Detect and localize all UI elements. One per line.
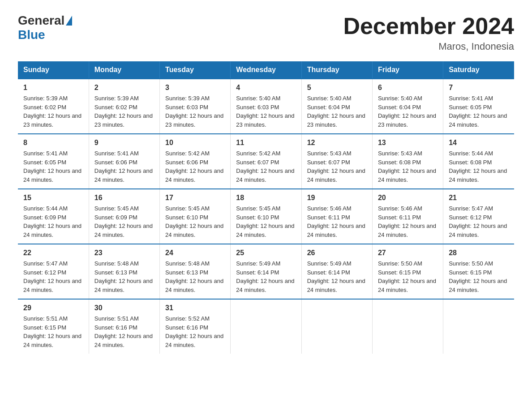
sunrise-label: Sunrise: 5:52 AM <box>165 315 210 322</box>
sunset-label: Sunset: 6:16 PM <box>165 324 208 331</box>
sunset-label: Sunset: 6:05 PM <box>23 159 66 166</box>
week-row-4: 22Sunrise: 5:47 AMSunset: 6:12 PMDayligh… <box>18 244 514 299</box>
calendar-cell: 17Sunrise: 5:45 AMSunset: 6:10 PMDayligh… <box>160 189 231 244</box>
logo-blue-text: Blue <box>18 28 45 42</box>
sunset-label: Sunset: 6:09 PM <box>23 214 66 221</box>
day-info: Sunrise: 5:45 AMSunset: 6:09 PMDaylight:… <box>94 204 154 239</box>
day-info: Sunrise: 5:51 AMSunset: 6:16 PMDaylight:… <box>94 314 154 349</box>
day-info: Sunrise: 5:46 AMSunset: 6:11 PMDaylight:… <box>307 204 367 239</box>
daylight-label: Daylight: 12 hours and 23 minutes. <box>236 112 294 128</box>
sunrise-label: Sunrise: 5:40 AM <box>307 95 352 102</box>
calendar-cell: 9Sunrise: 5:41 AMSunset: 6:06 PMDaylight… <box>89 134 159 189</box>
day-info: Sunrise: 5:41 AMSunset: 6:05 PMDaylight:… <box>23 149 83 184</box>
daylight-label: Daylight: 12 hours and 24 minutes. <box>165 223 223 238</box>
calendar-cell: 30Sunrise: 5:51 AMSunset: 6:16 PMDayligh… <box>89 299 159 354</box>
day-number: 5 <box>307 84 367 92</box>
daylight-label: Daylight: 12 hours and 24 minutes. <box>23 333 82 348</box>
sunset-label: Sunset: 6:15 PM <box>449 269 492 276</box>
logo-general-text: General <box>18 13 64 28</box>
sunrise-label: Sunrise: 5:47 AM <box>449 205 493 212</box>
calendar-cell: 3Sunrise: 5:39 AMSunset: 6:03 PMDaylight… <box>160 79 231 134</box>
sunrise-label: Sunrise: 5:43 AM <box>307 150 352 157</box>
sunset-label: Sunset: 6:15 PM <box>378 269 421 276</box>
daylight-label: Daylight: 12 hours and 24 minutes. <box>378 167 436 183</box>
day-info: Sunrise: 5:43 AMSunset: 6:07 PMDaylight:… <box>307 149 367 184</box>
col-saturday: Saturday <box>443 61 514 79</box>
sunset-label: Sunset: 6:13 PM <box>165 269 208 276</box>
calendar-cell <box>443 299 514 354</box>
calendar-cell: 12Sunrise: 5:43 AMSunset: 6:07 PMDayligh… <box>301 134 372 189</box>
sunrise-label: Sunrise: 5:46 AM <box>307 205 352 212</box>
daylight-label: Daylight: 12 hours and 24 minutes. <box>307 278 365 293</box>
day-info: Sunrise: 5:45 AMSunset: 6:10 PMDaylight:… <box>236 204 296 239</box>
calendar-cell: 5Sunrise: 5:40 AMSunset: 6:04 PMDaylight… <box>301 79 372 134</box>
sunset-label: Sunset: 6:16 PM <box>94 324 137 331</box>
sunset-label: Sunset: 6:08 PM <box>449 159 492 166</box>
calendar-header: Sunday Monday Tuesday Wednesday Thursday… <box>18 61 514 79</box>
sunset-label: Sunset: 6:07 PM <box>236 159 279 166</box>
daylight-label: Daylight: 12 hours and 24 minutes. <box>449 112 507 128</box>
col-sunday: Sunday <box>18 61 89 79</box>
daylight-label: Daylight: 12 hours and 24 minutes. <box>378 223 436 238</box>
day-info: Sunrise: 5:50 AMSunset: 6:15 PMDaylight:… <box>378 259 438 294</box>
sunrise-label: Sunrise: 5:45 AM <box>165 205 210 212</box>
sunset-label: Sunset: 6:02 PM <box>23 104 66 111</box>
day-info: Sunrise: 5:40 AMSunset: 6:03 PMDaylight:… <box>236 94 296 129</box>
day-info: Sunrise: 5:41 AMSunset: 6:05 PMDaylight:… <box>449 94 509 129</box>
calendar-cell: 24Sunrise: 5:48 AMSunset: 6:13 PMDayligh… <box>160 244 231 299</box>
calendar-cell: 11Sunrise: 5:42 AMSunset: 6:07 PMDayligh… <box>231 134 301 189</box>
calendar-cell: 19Sunrise: 5:46 AMSunset: 6:11 PMDayligh… <box>301 189 372 244</box>
calendar-cell: 26Sunrise: 5:49 AMSunset: 6:14 PMDayligh… <box>301 244 372 299</box>
calendar-cell: 28Sunrise: 5:50 AMSunset: 6:15 PMDayligh… <box>443 244 514 299</box>
sunrise-label: Sunrise: 5:50 AM <box>449 260 493 267</box>
sunrise-label: Sunrise: 5:39 AM <box>94 95 139 102</box>
sunset-label: Sunset: 6:10 PM <box>165 214 208 221</box>
calendar-cell: 6Sunrise: 5:40 AMSunset: 6:04 PMDaylight… <box>372 79 443 134</box>
sunrise-label: Sunrise: 5:48 AM <box>165 260 210 267</box>
daylight-label: Daylight: 12 hours and 24 minutes. <box>23 167 82 183</box>
sunrise-label: Sunrise: 5:41 AM <box>23 150 68 157</box>
day-number: 19 <box>307 194 367 202</box>
sunset-label: Sunset: 6:11 PM <box>378 214 421 221</box>
daylight-label: Daylight: 12 hours and 23 minutes. <box>378 112 436 128</box>
col-thursday: Thursday <box>301 61 372 79</box>
sunrise-label: Sunrise: 5:40 AM <box>378 95 422 102</box>
day-info: Sunrise: 5:41 AMSunset: 6:06 PMDaylight:… <box>94 149 154 184</box>
day-number: 13 <box>378 139 438 147</box>
daylight-label: Daylight: 12 hours and 24 minutes. <box>236 278 294 293</box>
sunset-label: Sunset: 6:03 PM <box>236 104 279 111</box>
sunrise-label: Sunrise: 5:42 AM <box>236 150 280 157</box>
sunrise-label: Sunrise: 5:39 AM <box>165 95 210 102</box>
sunrise-label: Sunrise: 5:44 AM <box>449 150 493 157</box>
day-info: Sunrise: 5:47 AMSunset: 6:12 PMDaylight:… <box>449 204 509 239</box>
day-number: 23 <box>94 249 154 257</box>
sunset-label: Sunset: 6:03 PM <box>165 104 208 111</box>
col-wednesday: Wednesday <box>231 61 301 79</box>
col-monday: Monday <box>89 61 159 79</box>
day-number: 30 <box>94 304 154 312</box>
sunrise-label: Sunrise: 5:40 AM <box>236 95 280 102</box>
day-number: 20 <box>378 194 438 202</box>
day-info: Sunrise: 5:48 AMSunset: 6:13 PMDaylight:… <box>94 259 154 294</box>
calendar-cell: 15Sunrise: 5:44 AMSunset: 6:09 PMDayligh… <box>18 189 89 244</box>
day-number: 10 <box>165 139 225 147</box>
daylight-label: Daylight: 12 hours and 23 minutes. <box>23 112 82 128</box>
sunset-label: Sunset: 6:08 PM <box>378 159 421 166</box>
calendar-cell: 25Sunrise: 5:49 AMSunset: 6:14 PMDayligh… <box>231 244 301 299</box>
sunset-label: Sunset: 6:14 PM <box>236 269 279 276</box>
sunrise-label: Sunrise: 5:41 AM <box>94 150 139 157</box>
header-row: Sunday Monday Tuesday Wednesday Thursday… <box>18 61 514 79</box>
day-info: Sunrise: 5:49 AMSunset: 6:14 PMDaylight:… <box>307 259 367 294</box>
sunrise-label: Sunrise: 5:51 AM <box>23 315 68 322</box>
day-info: Sunrise: 5:44 AMSunset: 6:09 PMDaylight:… <box>23 204 83 239</box>
day-number: 7 <box>449 84 509 92</box>
day-number: 29 <box>23 304 83 312</box>
calendar-cell: 23Sunrise: 5:48 AMSunset: 6:13 PMDayligh… <box>89 244 159 299</box>
daylight-label: Daylight: 12 hours and 24 minutes. <box>449 278 507 293</box>
sunrise-label: Sunrise: 5:46 AM <box>378 205 422 212</box>
calendar-cell: 20Sunrise: 5:46 AMSunset: 6:11 PMDayligh… <box>372 189 443 244</box>
day-info: Sunrise: 5:40 AMSunset: 6:04 PMDaylight:… <box>307 94 367 129</box>
calendar-cell: 4Sunrise: 5:40 AMSunset: 6:03 PMDaylight… <box>231 79 301 134</box>
title-section: December 2024 Maros, Indonesia <box>343 13 514 52</box>
daylight-label: Daylight: 12 hours and 24 minutes. <box>23 223 82 238</box>
